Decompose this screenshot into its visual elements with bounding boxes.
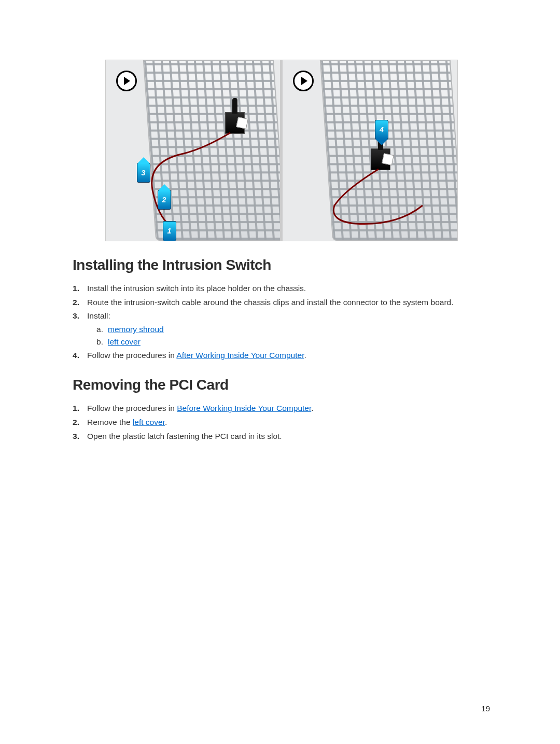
list-item: Install the intrusion switch into its pl… bbox=[73, 283, 490, 294]
step-text: . bbox=[311, 404, 313, 412]
figure-intrusion-switch: 1 2 3 4 bbox=[105, 60, 458, 241]
callout-3: 3 bbox=[137, 163, 150, 183]
list-item: left cover bbox=[96, 336, 490, 348]
link-after-working-inside[interactable]: After Working Inside Your Computer bbox=[176, 351, 304, 360]
callout-2: 2 bbox=[158, 190, 171, 210]
heading-removing-pci-card: Removing the PCI Card bbox=[73, 377, 490, 393]
figure-panel-left: 1 2 3 bbox=[105, 60, 281, 241]
heading-installing-intrusion-switch: Installing the Intrusion Switch bbox=[73, 257, 490, 273]
link-memory-shroud[interactable]: memory shroud bbox=[108, 325, 164, 334]
list-item: memory shroud bbox=[96, 324, 490, 335]
callout-number: 3 bbox=[142, 169, 146, 176]
play-icon bbox=[116, 71, 137, 91]
callout-number: 2 bbox=[162, 196, 166, 203]
link-left-cover[interactable]: left cover bbox=[108, 337, 141, 346]
section2-steps: Follow the procedures in Before Working … bbox=[73, 403, 490, 442]
callout-4: 4 bbox=[375, 120, 388, 140]
sub-list: memory shroud left cover bbox=[87, 324, 490, 347]
list-item: Remove the left cover. bbox=[73, 417, 490, 428]
step-text: Remove the bbox=[87, 418, 133, 426]
step-text: Follow the procedures in bbox=[87, 351, 176, 360]
list-item: Open the plastic latch fastening the PCI… bbox=[73, 431, 490, 442]
callout-number: 1 bbox=[167, 227, 172, 235]
step-text: Follow the procedures in bbox=[87, 404, 177, 412]
page-number: 19 bbox=[481, 704, 490, 713]
step-text: Open the plastic latch fastening the PCI… bbox=[87, 432, 282, 440]
link-left-cover[interactable]: left cover bbox=[133, 418, 165, 426]
callout-1: 1 bbox=[163, 221, 176, 241]
list-item: Install: memory shroud left cover bbox=[73, 310, 490, 347]
link-before-working-inside[interactable]: Before Working Inside Your Computer bbox=[177, 404, 311, 412]
step-text: . bbox=[165, 418, 167, 426]
list-item: Route the intrusion-switch cable around … bbox=[73, 297, 490, 308]
figure-panel-right: 4 bbox=[282, 60, 458, 241]
list-item: Follow the procedures in Before Working … bbox=[73, 403, 490, 414]
step-text: . bbox=[304, 351, 306, 360]
step-text: Install: bbox=[87, 311, 110, 320]
step-text: Route the intrusion-switch cable around … bbox=[87, 298, 454, 307]
callout-number: 4 bbox=[380, 126, 384, 133]
step-text: Install the intrusion switch into its pl… bbox=[87, 284, 306, 293]
section1-steps: Install the intrusion switch into its pl… bbox=[73, 283, 490, 361]
play-icon bbox=[293, 71, 314, 91]
page: 1 2 3 4 Install bbox=[0, 0, 560, 744]
list-item: Follow the procedures in After Working I… bbox=[73, 350, 490, 361]
